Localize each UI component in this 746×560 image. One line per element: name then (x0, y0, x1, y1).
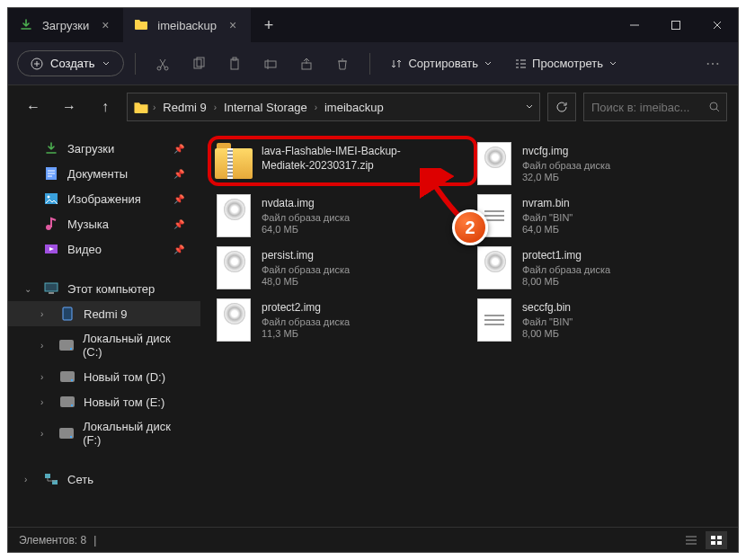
file-type: Файл образа диска (522, 264, 610, 275)
folder-icon (134, 18, 148, 32)
breadcrumb-item[interactable]: Redmi 9 (159, 99, 209, 116)
sidebar-device-item[interactable]: ›Локальный диск (F:) (8, 414, 200, 452)
breadcrumb-item[interactable]: Internal Storage (220, 99, 311, 116)
sidebar-label: Загрузки (67, 142, 114, 156)
sort-label: Сортировать (408, 57, 478, 70)
file-name: nvdata.img (262, 197, 350, 211)
file-size: 32,0 МБ (522, 172, 610, 182)
file-item[interactable]: lava-Flashable-IMEI-Backup-Mediatek-2023… (209, 139, 452, 188)
chevron-right-icon: › (40, 372, 51, 382)
chevron-down-icon[interactable] (525, 102, 534, 111)
search-input[interactable] (591, 101, 703, 114)
sidebar-quick-item[interactable]: Документы📌 (8, 161, 200, 186)
create-button[interactable]: Создать (17, 50, 124, 76)
sidebar-device-item[interactable]: ›Redmi 9 (8, 301, 200, 326)
breadcrumb[interactable]: › Redmi 9 › Internal Storage › imeibacku… (127, 93, 540, 121)
navbar: ← → ↑ › Redmi 9 › Internal Storage › ime… (8, 85, 738, 129)
plus-circle-icon (31, 58, 43, 70)
close-window-button[interactable] (697, 8, 738, 42)
disc-image-icon (217, 194, 251, 237)
sidebar-label: Локальный диск (F:) (83, 420, 184, 447)
file-size: 48,0 МБ (262, 276, 350, 287)
svg-rect-25 (717, 536, 722, 539)
disc-image-icon (477, 246, 511, 289)
sidebar-label: Redmi 9 (84, 307, 127, 321)
paste-icon[interactable] (218, 48, 251, 80)
search-box[interactable] (583, 93, 727, 121)
svg-rect-24 (711, 536, 715, 539)
tab-downloads[interactable]: Загрузки × (8, 8, 123, 42)
download-icon (44, 141, 58, 156)
sidebar-label: Новый том (E:) (84, 396, 164, 409)
drive-icon (60, 395, 75, 409)
drive-icon (60, 369, 75, 384)
video-icon (44, 242, 58, 256)
file-name: protect2.img (262, 301, 350, 316)
svg-rect-7 (231, 59, 238, 69)
sidebar-quick-item[interactable]: Музыка📌 (8, 211, 200, 236)
refresh-button[interactable] (547, 93, 576, 121)
pc-icon (44, 281, 58, 296)
content-area: lava-Flashable-IMEI-Backup-Mediatek-2023… (200, 129, 738, 527)
sidebar-quick-item[interactable]: Видео📌 (8, 236, 200, 262)
tab-imeibackup[interactable]: imeibackup × (123, 8, 251, 42)
sidebar-quick-item[interactable]: Загрузки📌 (8, 136, 200, 161)
tiles-view-button[interactable] (706, 531, 727, 549)
sidebar-device-item[interactable]: ›Новый том (E:) (8, 389, 200, 414)
sidebar-label: Музыка (67, 218, 109, 231)
file-item[interactable]: nvcfg.imgФайл образа диска32,0 МБ (470, 139, 713, 188)
download-icon (19, 18, 33, 32)
delete-icon[interactable] (326, 48, 359, 80)
details-view-button[interactable] (680, 531, 702, 549)
sidebar-quick-item[interactable]: Изображения📌 (8, 186, 200, 211)
file-item[interactable]: seccfg.binФайл "BIN"8,00 МБ (470, 296, 713, 344)
close-icon[interactable]: × (226, 18, 240, 32)
new-tab-button[interactable]: + (251, 8, 287, 42)
file-item[interactable]: nvdata.imgФайл образа диска64,0 МБ (209, 191, 452, 240)
view-button[interactable]: Просмотреть (505, 51, 626, 76)
svg-rect-20 (49, 292, 54, 294)
create-label: Создать (50, 57, 94, 70)
chevron-right-icon: › (40, 397, 51, 407)
cut-icon[interactable] (147, 48, 179, 80)
sidebar-device-item[interactable]: ›Новый том (D:) (8, 364, 200, 389)
file-item[interactable]: protect1.imgФайл образа диска8,00 МБ (470, 244, 713, 292)
rename-icon[interactable] (254, 48, 287, 80)
close-icon[interactable]: × (98, 18, 112, 32)
file-size: 8,00 МБ (522, 328, 573, 339)
chevron-right-icon: › (40, 309, 51, 319)
file-name: protect1.img (522, 249, 610, 263)
breadcrumb-item[interactable]: imeibackup (321, 99, 387, 116)
sidebar-network[interactable]: › Сеть (8, 467, 200, 492)
network-icon (44, 472, 58, 486)
status-text: Элементов: 8 (19, 534, 86, 547)
maximize-button[interactable] (655, 8, 697, 42)
back-button[interactable]: ← (19, 93, 48, 121)
file-name: seccfg.bin (522, 301, 573, 316)
file-size: 64,0 МБ (522, 224, 573, 235)
sidebar-this-pc[interactable]: ⌄ Этот компьютер (8, 276, 200, 301)
copy-icon[interactable] (182, 48, 215, 80)
svg-rect-21 (63, 307, 72, 320)
up-button[interactable]: ↑ (91, 93, 120, 121)
statusbar: Элементов: 8 | (8, 527, 738, 552)
phone-icon (60, 307, 75, 321)
sidebar-device-item[interactable]: ›Локальный диск (C:) (8, 326, 200, 364)
file-type: Файл образа диска (262, 264, 350, 275)
svg-rect-22 (45, 474, 50, 478)
file-type: Файл "BIN" (522, 316, 573, 327)
file-item[interactable]: nvram.binФайл "BIN"64,0 МБ (470, 191, 713, 240)
more-icon[interactable]: ⋯ (697, 48, 729, 80)
toolbar: Создать Сортировать Просмотреть ⋯ (8, 42, 738, 85)
folder-icon (133, 101, 149, 113)
forward-button[interactable]: → (55, 93, 84, 121)
file-item[interactable]: protect2.imgФайл образа диска11,3 МБ (209, 296, 452, 344)
file-name: nvcfg.img (522, 145, 610, 159)
minimize-button[interactable] (614, 8, 655, 42)
svg-rect-1 (672, 22, 680, 30)
sort-button[interactable]: Сортировать (381, 51, 502, 76)
disc-image-icon (217, 298, 251, 342)
file-item[interactable]: persist.imgФайл образа диска48,0 МБ (209, 244, 452, 292)
share-icon[interactable] (290, 48, 323, 80)
drive-icon (59, 426, 74, 440)
